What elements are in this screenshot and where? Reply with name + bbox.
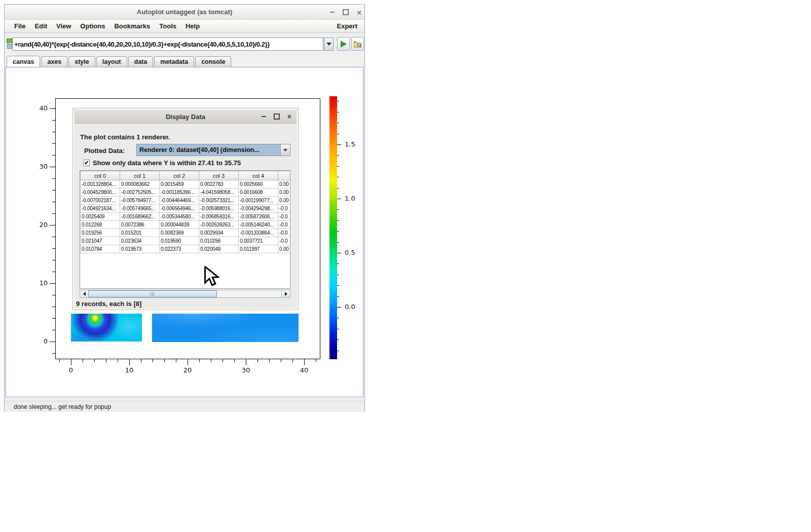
tab-data[interactable]: data xyxy=(128,56,154,67)
dialog-title-bar[interactable]: Display Data × xyxy=(75,110,297,124)
title-bar[interactable]: Autoplot untagged (as tomcat) × xyxy=(5,5,364,20)
menu-help[interactable]: Help xyxy=(182,21,203,31)
y-tick-label: 10 xyxy=(33,279,48,287)
table-cell[interactable]: 0.0015459 xyxy=(160,180,199,188)
column-header[interactable]: col 3 xyxy=(199,171,239,180)
table-cell[interactable]: 0.010256 xyxy=(199,237,239,245)
tab-metadata[interactable]: metadata xyxy=(154,56,194,67)
table-cell[interactable]: -0.0 xyxy=(278,205,290,213)
dialog-minimize-icon[interactable] xyxy=(262,116,266,117)
table-cell[interactable]: 0.00 xyxy=(278,197,290,205)
table-cell[interactable]: -0.0 xyxy=(278,237,290,245)
table-cell[interactable]: -0.005146240... xyxy=(239,221,278,229)
expert-menu[interactable]: Expert xyxy=(337,22,358,30)
table-cell[interactable]: 0.019573 xyxy=(120,245,160,253)
scroll-right-button[interactable] xyxy=(281,290,290,297)
table-cell[interactable]: -0.005749665... xyxy=(120,205,160,213)
table-cell[interactable]: 0.020049 xyxy=(199,245,239,253)
table-cell[interactable]: -0.004529800... xyxy=(81,188,120,197)
table-cell[interactable]: 0.022373 xyxy=(160,245,199,253)
table-cell[interactable]: -0.001333864... xyxy=(239,229,278,237)
table-cell[interactable]: 0.010784 xyxy=(81,245,120,253)
dialog-maximize-icon[interactable] xyxy=(274,113,280,120)
menu-bookmarks[interactable]: Bookmarks xyxy=(110,21,154,31)
table-cell[interactable]: -0.004464469... xyxy=(160,197,199,205)
table-cell[interactable]: -0.002573321... xyxy=(199,197,239,205)
table-cell[interactable]: 0.0025409 xyxy=(81,213,120,221)
tab-canvas[interactable]: canvas xyxy=(7,56,40,67)
table-cell[interactable]: 0.019256 xyxy=(81,229,120,237)
minimize-icon[interactable] xyxy=(330,12,335,13)
table-cell[interactable]: 0.011997 xyxy=(239,245,278,253)
filter-checkbox[interactable]: ✔ xyxy=(83,160,90,166)
dialog-close-icon[interactable]: × xyxy=(287,113,291,121)
menu-file[interactable]: File xyxy=(11,21,29,31)
table-cell[interactable]: -0.0 xyxy=(278,229,290,237)
table-cell[interactable]: 0.000083662 xyxy=(120,180,160,188)
menu-tools[interactable]: Tools xyxy=(156,21,180,31)
table-cell[interactable]: -0.005784977... xyxy=(120,197,160,205)
table-cell[interactable]: -4.041598058... xyxy=(199,188,239,197)
table-cell[interactable]: 0.0016608 xyxy=(239,188,278,197)
table-cell[interactable]: -0.001199077... xyxy=(239,197,278,205)
column-header[interactable]: col 0 xyxy=(81,171,120,180)
y-tick xyxy=(52,143,55,144)
column-header[interactable]: col 4 xyxy=(239,171,278,180)
table-cell[interactable]: -0.0 xyxy=(278,213,290,221)
combo-arrow-button[interactable] xyxy=(280,144,290,156)
table-cell[interactable]: -0.005988016... xyxy=(199,205,239,213)
table-cell[interactable]: -0.005872606... xyxy=(239,213,278,221)
table-cell[interactable]: -0.001185396... xyxy=(160,188,199,197)
table-cell[interactable]: -0.005344580... xyxy=(160,213,199,221)
table-cell[interactable]: 0.012268 xyxy=(81,221,120,229)
inspect-uri-button[interactable] xyxy=(351,37,364,51)
table-cell[interactable]: -0.001689662... xyxy=(120,213,160,221)
table-cell[interactable]: 0.0037721 xyxy=(239,237,278,245)
tab-console[interactable]: console xyxy=(195,56,231,67)
table-cell[interactable]: 0.0022783 xyxy=(199,180,239,188)
column-header[interactable]: col 1 xyxy=(120,171,160,180)
table-cell[interactable]: 0.0082369 xyxy=(160,229,199,237)
table-cell[interactable]: 0.0025660 xyxy=(239,180,278,188)
column-header[interactable]: col 2 xyxy=(160,171,199,180)
table-cell[interactable]: -0.006564946... xyxy=(160,205,199,213)
table-cell[interactable]: 0.00 xyxy=(278,180,290,188)
uri-input[interactable] xyxy=(12,37,323,51)
table-cell[interactable]: -0.007002187... xyxy=(81,197,120,205)
scrollbar-thumb[interactable] xyxy=(88,290,217,297)
table-cell[interactable]: 0.015201 xyxy=(120,229,160,237)
data-table-viewport[interactable]: col 0col 1col 2col 3col 4-0.001328804...… xyxy=(80,170,290,289)
table-cell[interactable]: -0.006859316... xyxy=(199,213,239,221)
column-header[interactable] xyxy=(278,171,290,180)
table-cell[interactable]: -0.002639263... xyxy=(199,221,239,229)
table-cell[interactable]: 0.0072386 xyxy=(120,221,160,229)
table-cell[interactable]: -0.004921634... xyxy=(81,205,120,213)
table-cell[interactable]: 0.0029934 xyxy=(199,229,239,237)
canvas-panel[interactable]: 0102030400102030401.51.00.50.0 Display D… xyxy=(6,67,363,397)
table-cell[interactable]: -0.004294298... xyxy=(239,205,278,213)
table-cell[interactable]: 0.021047 xyxy=(81,237,120,245)
plotted-data-combobox[interactable]: Renderer 0: dataset[40,40] (dimension... xyxy=(136,144,290,156)
close-icon[interactable]: × xyxy=(357,9,361,16)
colorbar[interactable] xyxy=(329,96,337,359)
table-cell[interactable]: 0.00 xyxy=(278,245,290,253)
h-scrollbar[interactable] xyxy=(80,290,290,298)
go-button[interactable] xyxy=(337,37,350,51)
scroll-left-button[interactable] xyxy=(80,290,89,297)
maximize-icon[interactable] xyxy=(343,9,349,15)
table-cell[interactable]: 0.023634 xyxy=(120,237,160,245)
tab-layout[interactable]: layout xyxy=(96,56,127,67)
menu-view[interactable]: View xyxy=(53,21,75,31)
menu-edit[interactable]: Edit xyxy=(31,21,51,31)
tab-style[interactable]: style xyxy=(68,56,95,67)
tab-axes[interactable]: axes xyxy=(41,56,67,67)
table-cell[interactable]: 0.000044839 xyxy=(160,221,199,229)
table-cell[interactable]: -0.002752505... xyxy=(120,188,160,197)
uri-dropdown-button[interactable] xyxy=(324,37,334,51)
table-cell[interactable]: -0.0 xyxy=(278,221,290,229)
menu-options[interactable]: Options xyxy=(77,21,108,31)
table-cell[interactable]: 0.019590 xyxy=(160,237,199,245)
y-tick xyxy=(337,112,339,112)
table-cell[interactable]: -0.001328804... xyxy=(81,180,120,188)
table-cell[interactable]: 0.00 xyxy=(278,188,290,197)
